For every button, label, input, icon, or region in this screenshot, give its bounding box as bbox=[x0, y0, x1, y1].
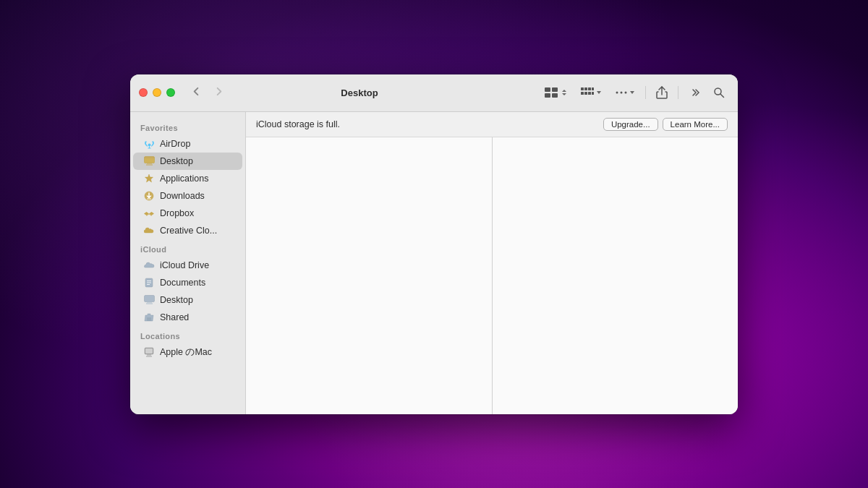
sidebar-item-desktop[interactable]: Desktop bbox=[133, 153, 242, 170]
dropbox-icon bbox=[143, 207, 155, 219]
svg-rect-6 bbox=[588, 87, 591, 90]
files-area bbox=[246, 137, 738, 414]
mac-icon bbox=[143, 346, 155, 358]
column-pane-1[interactable] bbox=[246, 137, 493, 414]
sidebar-item-icloud-drive[interactable]: iCloud Drive bbox=[133, 257, 242, 274]
icloud-banner-message: iCloud storage is full. bbox=[256, 119, 340, 129]
sidebar-icloud-drive-label: iCloud Drive bbox=[160, 260, 209, 270]
svg-point-14 bbox=[625, 92, 627, 94]
sidebar-dropbox-label: Dropbox bbox=[160, 208, 194, 218]
arrange-button[interactable] bbox=[576, 84, 606, 101]
sidebar-item-dropbox[interactable]: Dropbox bbox=[133, 205, 242, 222]
ellipsis-icon bbox=[615, 87, 628, 98]
svg-rect-1 bbox=[545, 93, 550, 98]
icloud-banner-buttons: Upgrade... Learn More... bbox=[603, 118, 728, 131]
svg-point-12 bbox=[616, 92, 618, 94]
close-button[interactable] bbox=[139, 88, 148, 97]
svg-rect-22 bbox=[144, 158, 154, 163]
sidebar-airdrop-label: AirDrop bbox=[160, 139, 190, 149]
more-button[interactable] bbox=[684, 84, 705, 101]
svg-rect-3 bbox=[552, 93, 558, 98]
sidebar-item-creative-cloud[interactable]: Creative Clo... bbox=[133, 222, 242, 239]
sidebar-item-applications[interactable]: Applications bbox=[133, 170, 242, 187]
maximize-button[interactable] bbox=[166, 88, 175, 97]
sidebar-item-shared[interactable]: Shared bbox=[133, 309, 242, 326]
main-area: Favorites AirDrop bbox=[130, 112, 738, 414]
svg-point-13 bbox=[621, 92, 623, 94]
creative-cloud-icon bbox=[143, 225, 155, 236]
sidebar-downloads-label: Downloads bbox=[160, 191, 205, 201]
favorites-label: Favorites bbox=[130, 118, 245, 135]
sidebar-item-documents[interactable]: Documents bbox=[133, 274, 242, 291]
icloud-banner: iCloud storage is full. Upgrade... Learn… bbox=[246, 112, 738, 137]
window-title: Desktop bbox=[179, 87, 540, 98]
share-icon bbox=[656, 86, 668, 99]
icloud-drive-icon bbox=[143, 260, 155, 271]
action-button[interactable] bbox=[610, 84, 639, 101]
search-icon bbox=[713, 87, 725, 98]
svg-point-17 bbox=[148, 144, 150, 147]
downloads-icon bbox=[143, 190, 155, 202]
airdrop-icon bbox=[143, 138, 155, 150]
chevron-down-icon bbox=[596, 89, 602, 96]
svg-rect-5 bbox=[584, 87, 587, 90]
content-area: iCloud storage is full. Upgrade... Learn… bbox=[246, 112, 738, 414]
view-icon bbox=[544, 87, 560, 98]
sidebar-creative-cloud-label: Creative Clo... bbox=[160, 226, 217, 236]
sidebar-applications-label: Applications bbox=[160, 174, 208, 184]
sidebar-item-apple-mac[interactable]: Apple のMac bbox=[133, 343, 242, 361]
icloud-label: iCloud bbox=[130, 239, 245, 257]
svg-rect-4 bbox=[581, 87, 584, 90]
title-bar: Desktop bbox=[130, 74, 738, 112]
svg-rect-9 bbox=[588, 92, 591, 95]
share-button[interactable] bbox=[652, 83, 672, 102]
svg-line-16 bbox=[720, 94, 724, 98]
toolbar-divider bbox=[645, 86, 646, 99]
sidebar-item-airdrop[interactable]: AirDrop bbox=[133, 135, 242, 153]
desktop-icloud-icon bbox=[143, 294, 155, 306]
sidebar-apple-mac-label: Apple のMac bbox=[160, 346, 212, 359]
locations-label: Locations bbox=[130, 326, 245, 343]
column-pane-2[interactable] bbox=[493, 137, 739, 414]
learn-more-button[interactable]: Learn More... bbox=[663, 118, 728, 131]
grid-icon bbox=[580, 87, 595, 98]
svg-rect-10 bbox=[592, 87, 594, 90]
sidebar-shared-label: Shared bbox=[160, 312, 189, 322]
sidebar-desktop-label: Desktop bbox=[160, 156, 193, 166]
applications-icon bbox=[143, 173, 155, 184]
sidebar-item-downloads[interactable]: Downloads bbox=[133, 187, 242, 205]
upgrade-button[interactable]: Upgrade... bbox=[603, 118, 658, 131]
svg-rect-2 bbox=[552, 87, 558, 92]
svg-rect-8 bbox=[584, 92, 587, 95]
svg-rect-36 bbox=[145, 348, 153, 354]
desktop-folder-icon bbox=[143, 155, 155, 167]
more-arrows-icon bbox=[689, 87, 700, 98]
sidebar-item-desktop-icloud[interactable]: Desktop bbox=[133, 291, 242, 309]
svg-rect-34 bbox=[147, 317, 151, 321]
svg-rect-31 bbox=[144, 296, 154, 302]
svg-rect-7 bbox=[581, 92, 584, 95]
documents-icon bbox=[143, 277, 155, 288]
sidebar: Favorites AirDrop bbox=[130, 112, 246, 414]
shared-icon bbox=[143, 312, 155, 323]
chevron-down-icon-2 bbox=[629, 89, 635, 96]
search-button[interactable] bbox=[709, 84, 729, 101]
chevron-updown-icon bbox=[561, 89, 567, 96]
toolbar-divider-2 bbox=[678, 86, 678, 99]
svg-rect-0 bbox=[545, 87, 550, 92]
view-toggle-button[interactable] bbox=[540, 84, 571, 101]
svg-rect-11 bbox=[592, 92, 594, 95]
traffic-lights bbox=[139, 88, 175, 97]
toolbar-right bbox=[540, 83, 729, 102]
sidebar-documents-label: Documents bbox=[160, 278, 205, 288]
minimize-button[interactable] bbox=[153, 88, 161, 97]
finder-window: Desktop bbox=[130, 74, 738, 414]
sidebar-desktop-icloud-label: Desktop bbox=[160, 295, 193, 305]
